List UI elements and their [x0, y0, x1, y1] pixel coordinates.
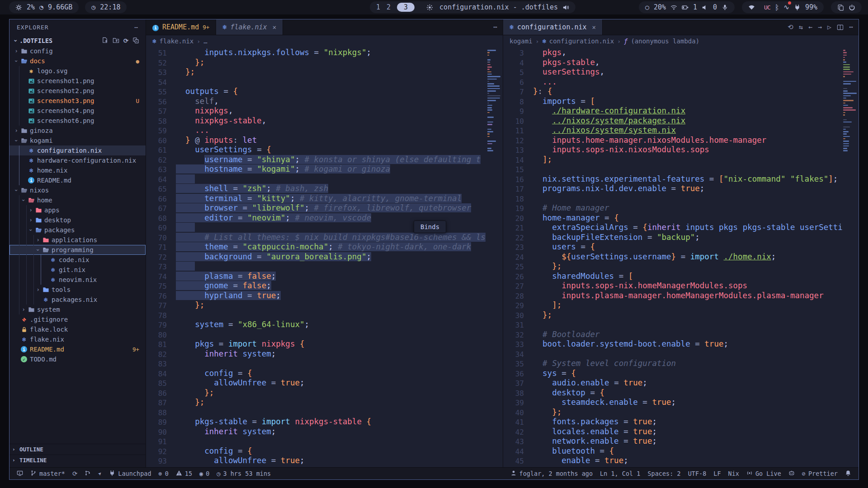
chevron-down-icon[interactable]: ›	[13, 137, 19, 144]
tree-item-packages[interactable]: ›packages	[9, 225, 146, 235]
tab-flake.nix[interactable]: ❄flake.nix✕	[216, 19, 283, 35]
tree-item-neovim.nix[interactable]: ❄neovim.nix	[9, 275, 146, 285]
tree-item-kogami[interactable]: ›kogami	[9, 136, 146, 145]
chevron-right-icon[interactable]: ›	[35, 286, 41, 293]
chevron-down-icon[interactable]: ›	[13, 58, 19, 64]
tree-item-screenshot1.png[interactable]: screenshot1.png	[9, 76, 146, 86]
breadcrumb-left[interactable]: ❄flake.nix›…	[146, 35, 503, 47]
status-item-lf[interactable]: LF	[710, 468, 724, 479]
status-item-prettier[interactable]: ⊘Prettier	[798, 468, 841, 479]
workspace-root-row[interactable]: › .DOTFILES ⟳	[9, 35, 146, 46]
status-item-sync[interactable]: ⟳	[69, 468, 81, 479]
status-item-error[interactable]: ⊗0	[155, 468, 172, 479]
status-item-clock-small[interactable]: ◷3 hrs 53 mins	[213, 468, 274, 479]
topbar-pill-right-1[interactable]: UCᛒ∿99%	[742, 1, 824, 13]
code-editor-left[interactable]: 51 inputs.nixpkgs.follows = "nixpkgs";52…	[146, 47, 503, 467]
status-item-git-branch[interactable]: master*	[27, 468, 69, 479]
status-item-utf-8[interactable]: UTF-8	[684, 468, 710, 479]
outline-section[interactable]: › OUTLINE	[9, 444, 146, 455]
tree-item-screenshot3.png[interactable]: screenshot3.pngU	[9, 96, 146, 106]
tree-item-README.md[interactable]: iREADME.md9+	[9, 344, 146, 354]
chevron-down-icon[interactable]: ›	[28, 227, 34, 233]
breadcrumb-right[interactable]: kogami›❄configuration.nix›ƒ(anonymous la…	[503, 35, 859, 47]
workspace-3[interactable]: 3	[397, 3, 415, 12]
status-item-bell[interactable]	[841, 468, 855, 479]
tree-item-ginoza[interactable]: ›ginoza	[9, 126, 146, 136]
collapse-icon[interactable]	[132, 37, 139, 44]
tree-item-flake.nix[interactable]: ❄flake.nix	[9, 334, 146, 344]
tree-item-tools[interactable]: ›tools	[9, 285, 146, 295]
tree-item-config[interactable]: ›config	[9, 46, 146, 56]
status-item-go-live[interactable]: Go Live	[743, 468, 785, 479]
tree-item-screenshot6.png[interactable]: screenshot6.png	[9, 116, 146, 126]
breadcrumb-item[interactable]: flake.nix	[159, 38, 193, 45]
topbar-pill-left-0[interactable]: 2%◔9.66GB	[9, 1, 79, 13]
compare-icon[interactable]: ⇆	[799, 23, 803, 31]
tree-item-packages.nix[interactable]: ❄packages.nix	[9, 295, 146, 305]
tree-item-programming[interactable]: ›programming	[9, 245, 146, 255]
workspace-2[interactable]: 2	[387, 3, 391, 11]
back-icon[interactable]: ←	[808, 23, 812, 31]
tree-item-.gitignore[interactable]: .gitignore	[9, 314, 146, 324]
tree-item-applications[interactable]: ›applications	[9, 235, 146, 245]
chevron-right-icon[interactable]: ›	[28, 217, 34, 223]
status-item-spaces-2[interactable]: Spaces: 2	[644, 468, 684, 479]
minimap-left[interactable]	[487, 50, 502, 153]
chevron-right-icon[interactable]: ›	[13, 48, 19, 54]
tree-item-code.nix[interactable]: ❄code.nix	[9, 255, 146, 265]
run-icon[interactable]: ▷	[827, 23, 831, 31]
close-icon[interactable]: ✕	[592, 23, 596, 31]
tree-item-desktop[interactable]: ›desktop	[9, 215, 146, 225]
explorer-more-actions-icon[interactable]: ⋯	[134, 24, 138, 31]
code-editor-right[interactable]: 3 pkgs,4 pkgs-stable,5 userSettings,6 ..…	[503, 47, 859, 467]
topbar-pill-left-1[interactable]: ◷22:18	[85, 1, 127, 13]
workspace-1[interactable]: 1	[376, 3, 380, 11]
tree-item-home.nix[interactable]: ❄home.nix	[9, 165, 146, 175]
split-icon[interactable]	[837, 24, 844, 31]
more-icon[interactable]: ⋯	[849, 23, 853, 31]
forward-icon[interactable]: →	[818, 23, 822, 31]
tree-item-git.nix[interactable]: ❄git.nix	[9, 265, 146, 275]
volume-icon[interactable]	[562, 4, 569, 11]
status-item-broadcast[interactable]: ◉0	[196, 468, 213, 479]
tree-item-logo.svg[interactable]: ✱logo.svg	[9, 66, 146, 76]
topbar-pill-right-0[interactable]: ○20%10	[639, 1, 735, 13]
minimap-right[interactable]	[843, 50, 858, 153]
chevron-down-icon[interactable]: ›	[13, 187, 19, 193]
breadcrumb-item[interactable]: kogami	[509, 38, 533, 45]
new-folder-icon[interactable]	[113, 37, 119, 44]
status-item-person[interactable]: foglar, 2 months ago	[507, 468, 597, 479]
chevron-right-icon[interactable]: ›	[13, 127, 19, 134]
topbar-pill-right-2[interactable]	[831, 1, 862, 13]
chevron-right-icon[interactable]: ›	[35, 237, 41, 243]
tree-item-apps[interactable]: ›apps	[9, 205, 146, 215]
breadcrumb-item[interactable]: …	[203, 38, 207, 45]
tree-item-configuration.nix[interactable]: ❄configuration.nix	[9, 145, 146, 155]
timeline-section[interactable]: › TIMELINE	[9, 455, 146, 465]
tab-configuration.nix[interactable]: ❄configuration.nix✕	[503, 19, 603, 35]
tree-item-home[interactable]: ›home	[9, 195, 146, 205]
more-icon[interactable]: ⋯	[493, 23, 497, 31]
tree-item-screenshot4.png[interactable]: screenshot4.png	[9, 106, 146, 116]
chevron-right-icon[interactable]: ›	[20, 306, 27, 313]
tree-item-docs[interactable]: ›docs●	[9, 56, 146, 66]
status-item-remote-window[interactable]	[13, 468, 27, 479]
status-item-nix[interactable]: Nix	[725, 468, 743, 479]
chevron-down-icon[interactable]: ›	[35, 247, 41, 253]
status-item-git-graph[interactable]	[81, 468, 94, 479]
breadcrumb-item[interactable]: (anonymous lambda)	[631, 38, 699, 45]
close-icon[interactable]: ✕	[273, 23, 276, 31]
tree-item-system[interactable]: ›system	[9, 305, 146, 314]
chevron-down-icon[interactable]: ›	[20, 197, 27, 203]
status-item-plug-small[interactable]: Launchpad	[105, 468, 155, 479]
tree-item-TODO.md[interactable]: ✓TODO.md	[9, 354, 146, 364]
tree-item-flake.lock[interactable]: flake.lock	[9, 324, 146, 334]
status-item-rocket[interactable]: ➤	[94, 468, 105, 479]
history-icon[interactable]: ⟲	[788, 23, 793, 31]
tab-README.md[interactable]: iREADME.md9+	[146, 19, 216, 35]
status-item-copilot[interactable]	[785, 468, 798, 479]
status-item-ln-1-col-1[interactable]: Ln 1, Col 1	[596, 468, 644, 479]
refresh-icon[interactable]: ⟳	[123, 37, 128, 44]
tree-item-nixos[interactable]: ›nixos	[9, 185, 146, 195]
tree-item-README.md[interactable]: iREADME.md	[9, 175, 146, 185]
